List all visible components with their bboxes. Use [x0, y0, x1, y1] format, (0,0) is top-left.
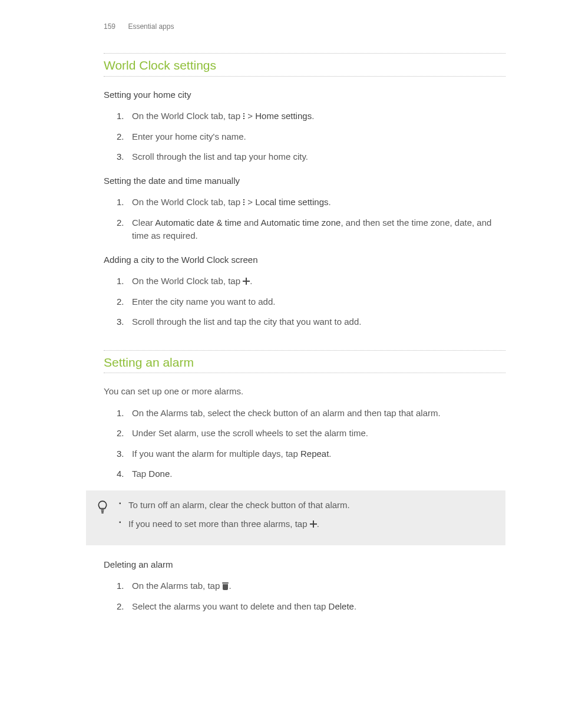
step-item: 3. Scroll through the list and tap the c… — [117, 315, 505, 329]
step-item: 2. Select the alarms you want to delete … — [117, 600, 505, 614]
page-number: 159 — [104, 21, 115, 32]
page-header: 159 Essential apps — [104, 21, 505, 32]
step-item: 2. Enter the city name you want to add. — [117, 295, 505, 309]
step-item: 2. Clear Automatic date & time and Autom… — [117, 216, 505, 243]
step-item: 2. Under Set alarm, use the scroll wheel… — [117, 427, 505, 440]
tip-item: If you need to set more than three alarm… — [119, 518, 350, 531]
step-item: 1. On the Alarms tab, tap . — [117, 579, 505, 593]
section-heading-world-clock: World Clock settings — [104, 53, 505, 77]
tip-box: To turn off an alarm, clear the check bu… — [86, 490, 505, 545]
tip-item: To turn off an alarm, clear the check bu… — [119, 499, 350, 512]
steps-delete-alarm: 1. On the Alarms tab, tap . 2. Select th… — [117, 579, 505, 613]
step-item: 1. On the World Clock tab, tap > Home se… — [117, 110, 505, 123]
step-item: 1. On the Alarms tab, select the check b… — [117, 407, 505, 420]
steps-alarm: 1. On the Alarms tab, select the check b… — [117, 407, 505, 481]
step-item: 1. On the World Clock tab, tap > Local t… — [117, 196, 505, 209]
more-menu-icon — [243, 199, 245, 206]
plus-icon — [310, 521, 317, 528]
plus-icon — [243, 278, 250, 285]
steps-add-city: 1. On the World Clock tab, tap . 2. Ente… — [117, 275, 505, 329]
tip-list: To turn off an alarm, clear the check bu… — [119, 499, 350, 537]
lightbulb-icon — [97, 500, 108, 515]
subheading-delete-alarm: Deleting an alarm — [104, 558, 505, 572]
section-heading-alarm: Setting an alarm — [104, 350, 505, 374]
subheading-add-city: Adding a city to the World Clock screen — [104, 253, 505, 267]
step-item: 2. Enter your home city's name. — [117, 130, 505, 144]
subheading-home-city: Setting your home city — [104, 88, 505, 102]
chapter-name: Essential apps — [128, 22, 174, 31]
step-item: 3. If you want the alarm for multiple da… — [117, 447, 505, 461]
trash-icon — [222, 582, 229, 590]
subheading-date-time: Setting the date and time manually — [104, 174, 505, 188]
step-item: 4. Tap Done. — [117, 467, 505, 481]
steps-date-time: 1. On the World Clock tab, tap > Local t… — [117, 196, 505, 243]
step-item: 1. On the World Clock tab, tap . — [117, 275, 505, 288]
alarm-lead: You can set up one or more alarms. — [104, 385, 505, 398]
more-menu-icon — [243, 113, 245, 120]
steps-home-city: 1. On the World Clock tab, tap > Home se… — [117, 110, 505, 164]
step-item: 3. Scroll through the list and tap your … — [117, 150, 505, 164]
